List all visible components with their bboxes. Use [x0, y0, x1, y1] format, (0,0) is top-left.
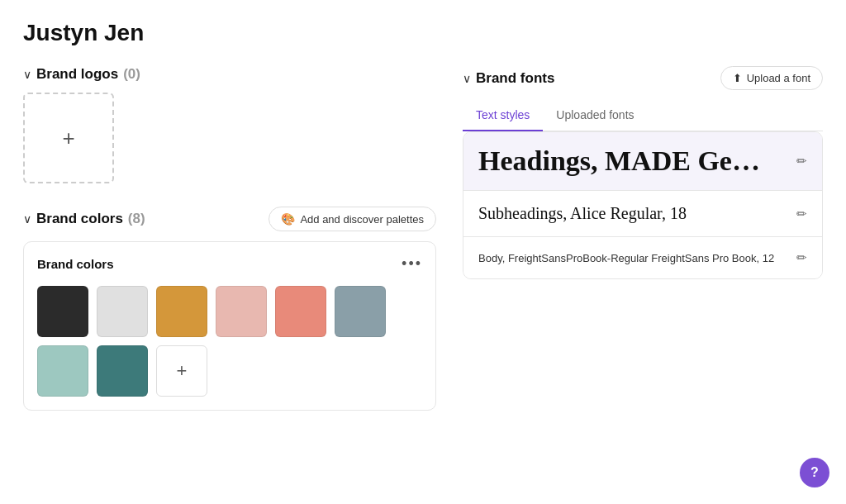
- edit-heading-button[interactable]: ✏: [796, 154, 807, 169]
- brand-logos-chevron-icon[interactable]: ∨: [23, 68, 31, 81]
- colors-card-header: Brand colors •••: [37, 255, 422, 273]
- color-swatch-teal-dark[interactable]: [97, 345, 148, 397]
- brand-logos-header: ∨ Brand logos (0): [23, 66, 436, 83]
- brand-fonts-title: Brand fonts: [476, 70, 554, 87]
- brand-colors-header: ∨ Brand colors (8) 🎨 Add and discover pa…: [23, 207, 436, 231]
- colors-card-title: Brand colors: [37, 257, 114, 271]
- text-style-item: Headings, MADE Ge…✏: [463, 132, 822, 191]
- brand-fonts-section: ∨ Brand fonts ⬆ Upload a font Text style…: [463, 66, 823, 279]
- brand-colors-count: (8): [128, 211, 145, 227]
- brand-fonts-title-row: ∨ Brand fonts: [463, 70, 554, 87]
- brand-fonts-chevron-icon[interactable]: ∨: [463, 72, 471, 85]
- brand-fonts-header: ∨ Brand fonts ⬆ Upload a font: [463, 66, 823, 90]
- brand-logos-title: Brand logos: [36, 66, 118, 83]
- color-swatch-pink-light[interactable]: [216, 286, 267, 337]
- tab-text-styles[interactable]: Text styles: [463, 100, 543, 131]
- right-panel: ∨ Brand fonts ⬆ Upload a font Text style…: [463, 66, 823, 427]
- add-color-button[interactable]: +: [156, 345, 207, 397]
- add-logo-plus-icon: +: [62, 126, 74, 151]
- upload-font-button[interactable]: ⬆ Upload a font: [720, 66, 823, 90]
- text-style-preview-subheading: Subheadings, Alice Regular, 18: [478, 204, 687, 223]
- text-style-item: Subheadings, Alice Regular, 18✏: [463, 191, 822, 237]
- text-style-preview-body: Body, FreightSansProBook-Regular Freight…: [478, 252, 774, 264]
- color-swatch-slate[interactable]: [335, 286, 386, 337]
- colors-card: Brand colors ••• +: [23, 241, 436, 411]
- text-style-item: Body, FreightSansProBook-Regular Freight…: [463, 237, 822, 278]
- brand-colors-title-row: ∨ Brand colors (8): [23, 211, 145, 227]
- color-swatch-teal-light[interactable]: [37, 345, 88, 397]
- tab-uploaded-fonts[interactable]: Uploaded fonts: [543, 100, 647, 131]
- text-styles-list: Headings, MADE Ge…✏Subheadings, Alice Re…: [463, 131, 823, 279]
- color-swatch-salmon[interactable]: [275, 286, 326, 337]
- add-palettes-label: Add and discover palettes: [300, 213, 424, 226]
- font-tabs-row: Text stylesUploaded fonts: [463, 100, 823, 131]
- add-logo-button[interactable]: +: [23, 93, 114, 183]
- page-title: Justyn Jen: [23, 20, 823, 46]
- color-swatch-light-gray[interactable]: [97, 286, 148, 337]
- brand-colors-chevron-icon[interactable]: ∨: [23, 212, 31, 226]
- help-icon: ?: [810, 465, 819, 480]
- color-swatches-container: +: [37, 286, 422, 397]
- help-button[interactable]: ?: [800, 458, 829, 487]
- color-swatch-dark[interactable]: [37, 286, 88, 337]
- brand-colors-section: ∨ Brand colors (8) 🎨 Add and discover pa…: [23, 207, 436, 411]
- brand-logos-section: ∨ Brand logos (0) +: [23, 66, 436, 183]
- left-panel: ∨ Brand logos (0) + ∨ Brand colors (8) 🎨: [23, 66, 436, 427]
- more-options-icon[interactable]: •••: [402, 255, 422, 273]
- edit-body-button[interactable]: ✏: [796, 250, 807, 265]
- upload-font-label: Upload a font: [747, 72, 810, 84]
- color-swatch-yellow[interactable]: [156, 286, 207, 337]
- edit-subheading-button[interactable]: ✏: [796, 207, 807, 221]
- upload-icon: ⬆: [733, 72, 742, 84]
- palette-icon: 🎨: [281, 212, 295, 226]
- brand-logos-title-row: ∨ Brand logos (0): [23, 66, 140, 83]
- text-style-preview-heading: Headings, MADE Ge…: [478, 145, 760, 177]
- brand-logos-count: (0): [123, 66, 140, 83]
- add-palettes-button[interactable]: 🎨 Add and discover palettes: [269, 207, 436, 231]
- brand-colors-title: Brand colors: [36, 211, 123, 227]
